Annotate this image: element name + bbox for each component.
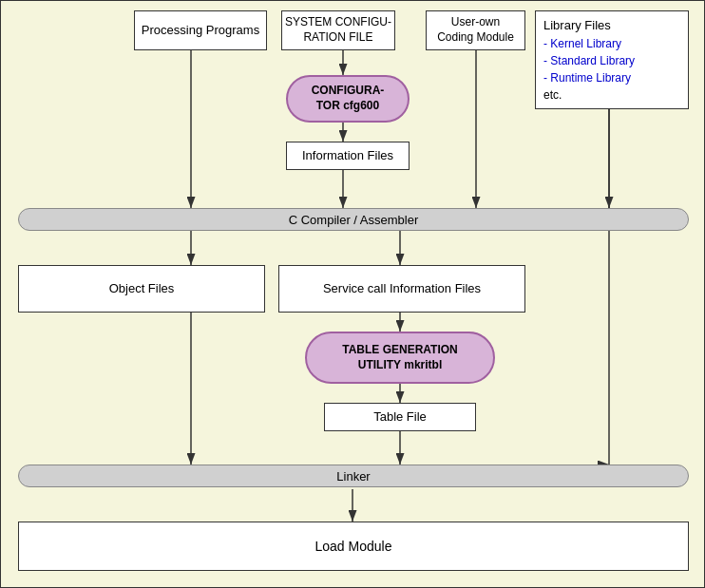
load-module-label: Load Module (315, 538, 392, 555)
library-kernel: - Kernel Library (543, 35, 680, 52)
system-config-box: SYSTEM CONFIGU-RATION FILE (281, 10, 395, 50)
object-files-box: Object Files (18, 265, 265, 313)
configurator-label: CONFIGURA-TOR cfg600 (312, 84, 385, 113)
object-files-label: Object Files (109, 281, 175, 297)
system-config-label: SYSTEM CONFIGU-RATION FILE (285, 15, 391, 45)
service-call-info-label: Service call Information Files (323, 281, 481, 297)
linker-box: Linker (18, 465, 689, 487)
information-files-label: Information Files (302, 148, 393, 164)
library-files-title: Library Files (543, 16, 680, 35)
service-call-info-box: Service call Information Files (278, 265, 525, 313)
table-file-box: Table File (324, 403, 476, 431)
library-files-box: Library Files - Kernel Library - Standar… (535, 10, 689, 109)
processing-programs-label: Processing Programs (142, 23, 259, 39)
information-files-box: Information Files (286, 142, 410, 170)
table-gen-box: TABLE GENERATIONUTILITY mkritbl (305, 332, 495, 384)
library-runtime: - Runtime Library (543, 69, 680, 86)
linker-label: Linker (336, 469, 370, 484)
table-file-label: Table File (373, 409, 427, 426)
user-own-coding-label: User-ownCoding Module (437, 15, 514, 45)
configurator-box: CONFIGURA-TOR cfg600 (286, 75, 410, 123)
c-compiler-box: C Compiler / Assembler (18, 208, 689, 231)
table-gen-label: TABLE GENERATIONUTILITY mkritbl (342, 343, 458, 372)
library-standard: - Standard Library (543, 52, 680, 69)
library-etc: etc. (543, 86, 680, 104)
diagram: Processing Programs SYSTEM CONFIGU-RATIO… (0, 0, 705, 588)
processing-programs-box: Processing Programs (134, 10, 267, 50)
load-module-box: Load Module (18, 522, 689, 571)
user-own-coding-box: User-ownCoding Module (426, 10, 525, 50)
c-compiler-label: C Compiler / Assembler (289, 213, 419, 227)
